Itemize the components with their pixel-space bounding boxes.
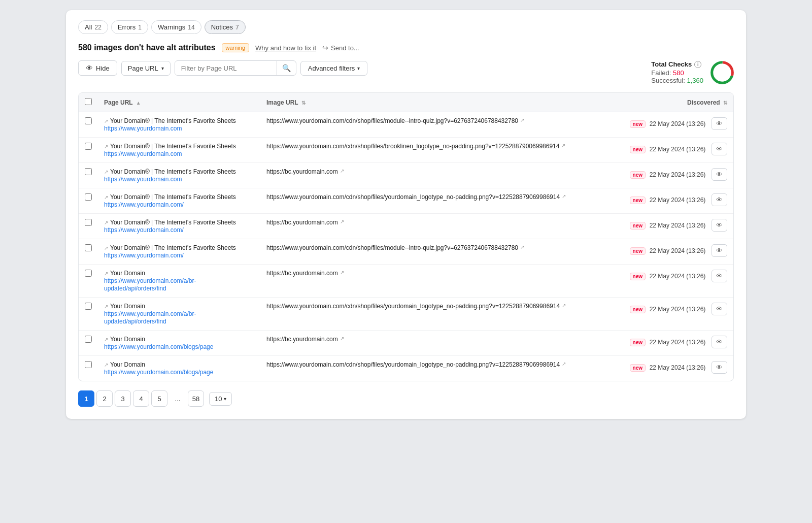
per-page-select[interactable]: 10▾ [209,392,232,406]
table-row: ↗ Your Domain® | The Internet's Favorite… [79,112,733,138]
row-checkbox-cell-1 [79,138,98,163]
row-disc-cell-3: new 22 May 2024 (13:26) 👁 [617,188,733,214]
hide-button[interactable]: 👁 Hide [78,60,117,76]
row-page-url-7[interactable]: https://www.yourdomain.com/a/br-updated/… [104,310,196,325]
row-disc-date-8: 22 May 2024 (13:26) [650,339,706,346]
image-ext-icon-3: ↗ [562,193,566,199]
tab-all[interactable]: All 22 [78,20,108,34]
row-eye-button-8[interactable]: 👁 [712,336,727,348]
row-checkbox-cell-4 [79,214,98,239]
tab-errors[interactable]: Errors 1 [111,20,148,34]
page-btn-1[interactable]: 1 [78,390,94,407]
row-eye-button-6[interactable]: 👁 [712,270,727,282]
row-image-url-7: https://www.yourdomain.com/cdn/shop/file… [266,303,611,310]
tab-warnings[interactable]: Warnings 14 [151,20,201,34]
page-btn-3[interactable]: 3 [115,390,131,407]
select-all-checkbox[interactable] [85,98,92,105]
th-select-all [79,93,98,112]
row-eye-button-3[interactable]: 👁 [712,193,727,206]
th-page-url[interactable]: Page URL ▲ [98,93,260,112]
new-badge-0: new [630,120,646,128]
row-image-cell-1: https://www.yourdomain.com/cdn/shop/file… [260,138,617,163]
fix-link[interactable]: Why and how to fix it [255,44,316,52]
page-btn-2[interactable]: 2 [96,390,113,407]
row-page-url-5[interactable]: https://www.yourdomain.com/ [104,252,184,259]
info-icon[interactable]: i [694,61,701,68]
row-image-url-8: https://bc.yourdomain.com ↗ [266,336,611,343]
search-button[interactable]: 🔍 [277,61,296,75]
ext-link-icon-3: ↗ [104,194,108,200]
row-checkbox-6[interactable] [85,270,92,277]
filter-type-select[interactable]: Page URL ▾ [121,61,171,76]
page-title: 580 images don't have alt attributes [78,43,216,52]
row-image-cell-2: https://bc.yourdomain.com ↗ [260,163,617,188]
row-disc-cell-6: new 22 May 2024 (13:26) 👁 [617,265,733,298]
row-page-url-8[interactable]: https://www.yourdomain.com/blogs/page [104,343,213,350]
row-page-url-6[interactable]: https://www.yourdomain.com/a/br-updated/… [104,277,196,292]
row-page-cell-8: ↗ Your Domain https://www.yourdomain.com… [98,331,260,356]
row-checkbox-0[interactable] [85,117,92,124]
row-page-url-0[interactable]: https://www.yourdomain.com [104,125,182,132]
sort-icon-image: ⇅ [301,100,306,106]
tab-label-all: All [85,23,92,31]
row-page-cell-0: ↗ Your Domain® | The Internet's Favorite… [98,112,260,138]
row-page-url-2[interactable]: https://www.yourdomain.com [104,176,182,183]
filter-input[interactable] [175,61,277,75]
warning-badge: warning [222,43,250,52]
row-page-cell-2: ↗ Your Domain® | The Internet's Favorite… [98,163,260,188]
row-checkbox-cell-9 [79,356,98,381]
row-checkbox-9[interactable] [85,361,92,368]
row-page-title-2: Your Domain® | The Internet's Favorite S… [110,168,236,175]
row-checkbox-5[interactable] [85,244,92,251]
row-image-cell-5: https://www.yourdomain.com/cdn/shop/file… [260,239,617,265]
row-image-cell-8: https://bc.yourdomain.com ↗ [260,331,617,356]
row-page-title-1: Your Domain® | The Internet's Favorite S… [110,143,236,150]
ext-link-icon-1: ↗ [104,144,108,149]
page-btn-4[interactable]: 4 [133,390,149,407]
row-checkbox-7[interactable] [85,303,92,310]
row-checkbox-cell-2 [79,163,98,188]
table-row: ↗ Your Domain® | The Internet's Favorite… [79,163,733,188]
tab-notices[interactable]: Notices 7 [205,20,246,34]
row-eye-button-5[interactable]: 👁 [712,244,727,257]
row-disc-date-6: 22 May 2024 (13:26) [650,273,706,280]
row-page-title-9: Your Domain [110,361,145,368]
row-page-url-4[interactable]: https://www.yourdomain.com/ [104,226,184,234]
advanced-filters-button[interactable]: Advanced filters ▾ [300,61,368,76]
success-value: 1,360 [687,77,703,84]
row-eye-button-4[interactable]: 👁 [712,219,727,232]
row-page-cell-5: ↗ Your Domain® | The Internet's Favorite… [98,239,260,265]
row-disc-cell-1: new 22 May 2024 (13:26) 👁 [617,138,733,163]
row-disc-cell-2: new 22 May 2024 (13:26) 👁 [617,163,733,188]
row-checkbox-cell-3 [79,188,98,214]
row-eye-button-7[interactable]: 👁 [712,303,727,315]
row-eye-button-2[interactable]: 👁 [712,168,727,181]
filter-row: 👁 Hide Page URL ▾ 🔍 Advanced filters ▾ [78,60,643,76]
page-btn-5[interactable]: 5 [151,390,167,407]
row-page-cell-7: ↗ Your Domain https://www.yourdomain.com… [98,298,260,331]
row-page-url-1[interactable]: https://www.yourdomain.com [104,150,182,157]
ext-link-icon-5: ↗ [104,245,108,251]
row-eye-button-1[interactable]: 👁 [712,143,727,155]
row-eye-button-0[interactable]: 👁 [712,117,727,130]
row-page-url-9[interactable]: https://www.yourdomain.com/blogs/page [104,369,213,376]
row-checkbox-4[interactable] [85,219,92,226]
send-to-button[interactable]: ↪ Send to... [322,44,359,52]
row-eye-button-9[interactable]: 👁 [712,361,727,374]
row-page-cell-9: ↗ Your Domain https://www.yourdomain.com… [98,356,260,381]
th-image-url[interactable]: Image URL ⇅ [260,93,617,112]
table-body: ↗ Your Domain® | The Internet's Favorite… [79,112,733,381]
row-checkbox-3[interactable] [85,193,92,201]
row-checkbox-2[interactable] [85,168,92,175]
new-badge-6: new [630,273,646,280]
new-badge-3: new [630,197,646,204]
th-discovered[interactable]: Discovered ⇅ [617,93,733,112]
row-page-url-3[interactable]: https://www.yourdomain.com/ [104,201,184,208]
row-image-cell-9: https://www.yourdomain.com/cdn/shop/file… [260,356,617,381]
row-disc-date-7: 22 May 2024 (13:26) [650,306,706,313]
row-checkbox-8[interactable] [85,336,92,343]
table-header: Page URL ▲ Image URL ⇅ Discovered ⇅ [79,93,733,112]
new-badge-1: new [630,146,646,153]
row-checkbox-1[interactable] [85,143,92,150]
page-btn-58[interactable]: 58 [188,390,204,407]
